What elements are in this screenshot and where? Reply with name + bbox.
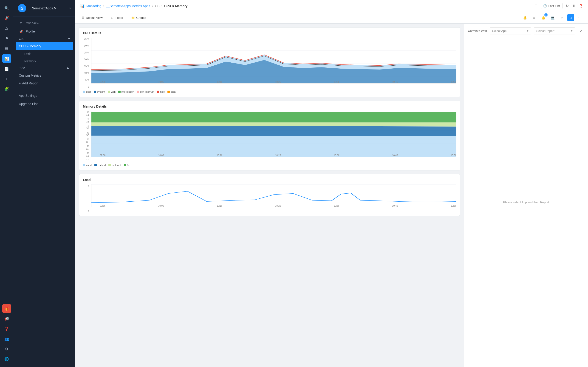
correlate-header: Correlate With Select App ▾ Select Repor… xyxy=(464,24,588,37)
breadcrumb-sep3: › xyxy=(161,4,162,8)
svg-marker-18 xyxy=(91,126,456,136)
laptop-button[interactable]: 💻 xyxy=(549,14,556,21)
chart-bar-icon: 📊 xyxy=(80,4,85,8)
legend-system-dot xyxy=(94,91,96,93)
mail-button[interactable]: ✉ xyxy=(531,14,537,21)
add-report-label: Add Report xyxy=(22,81,38,85)
legend-wait: wait xyxy=(108,90,115,93)
load-y-labels: 6 5 xyxy=(83,184,90,212)
overview-icon: ⊙ xyxy=(19,21,23,25)
groups-button[interactable]: 📁 Groups xyxy=(129,15,148,20)
left-icon-strip: 🔍 🚀 ⚠ ⚑ ▦ 📊 📄 ⑂ 🧩 🎁 📢 ❓ 👥 ⚙ 🌐 xyxy=(0,0,13,367)
sidebar-item-profiler[interactable]: 🚀 Profiler xyxy=(13,27,75,35)
cpu-legend: user system wait interruption xyxy=(83,90,456,93)
sidebar-item-add-report[interactable]: + Add Report xyxy=(13,80,75,87)
settings-icon[interactable]: ⚙ xyxy=(2,344,11,353)
legend-wait-dot xyxy=(108,91,110,93)
rocket-icon[interactable]: 🚀 xyxy=(2,14,11,23)
more-button[interactable]: ⋯ xyxy=(577,14,583,21)
layout-button[interactable]: ⊟ xyxy=(567,14,574,21)
expand-correlate-button[interactable]: ⤢ xyxy=(578,28,584,34)
select-app-label: Select App xyxy=(492,29,506,33)
bell-button[interactable]: 🔔 xyxy=(521,14,528,21)
load-chart-inner: 09:56 10:06 10:16 10:26 10:36 10:46 10:5… xyxy=(91,184,456,207)
correlate-empty-message: Please select App and then Report xyxy=(464,37,588,367)
app-name: __SematextApps.M... xyxy=(28,6,67,10)
legend-soft-interrupt: soft interrupt xyxy=(137,90,154,93)
memory-chart-svg xyxy=(91,111,456,157)
puzzle-icon[interactable]: 🧩 xyxy=(2,84,11,93)
flag-icon[interactable]: ⚑ xyxy=(2,34,11,43)
legend-buffered: buffered xyxy=(108,164,121,167)
breadcrumb-os[interactable]: OS xyxy=(155,4,159,8)
sidebar-item-upgrade-plan[interactable]: Upgrade Plan xyxy=(19,100,70,108)
svg-marker-16 xyxy=(91,112,456,123)
select-report-dropdown[interactable]: Select Report ▾ xyxy=(534,27,575,34)
time-range-selector[interactable]: 🕐 Last 1 hr xyxy=(541,3,562,9)
load-chart-title: Load xyxy=(83,178,456,182)
breadcrumb-monitoring[interactable]: Monitoring xyxy=(86,4,101,8)
sidebar-item-overview[interactable]: ⊙ Overview xyxy=(13,19,75,27)
sidebar-item-os[interactable]: OS ▾ xyxy=(13,35,75,42)
branch-icon[interactable]: ⑂ xyxy=(2,74,11,83)
breadcrumb-app[interactable]: __SematextApps.Metrics.Apps xyxy=(106,4,150,8)
memory-chart-area: 70 GB 60 GB 50 GB 40 GB 30 GB 20 GB 10 G… xyxy=(83,111,456,161)
sidebar-item-app-settings[interactable]: App Settings xyxy=(19,92,70,100)
globe-icon[interactable]: 🌐 xyxy=(2,355,11,363)
legend-steal-dot xyxy=(167,91,170,93)
legend-buffered-dot xyxy=(108,164,111,166)
default-view-button[interactable]: ☰ Default View xyxy=(80,15,104,20)
sidebar-item-custom-metrics[interactable]: Custom Metrics xyxy=(13,71,75,80)
alert-icon[interactable]: ⚠ xyxy=(2,24,11,33)
disk-label: Disk xyxy=(24,52,31,56)
legend-used-dot xyxy=(83,164,85,166)
correlate-label: Correlate With xyxy=(468,29,487,33)
pause-icon[interactable]: ⏸ xyxy=(572,4,576,8)
chevron-icon: ▾ xyxy=(68,37,70,41)
load-x-labels: 09:56 10:06 10:16 10:26 10:36 10:46 10:5… xyxy=(100,205,456,207)
alert-badge-button[interactable]: 🔔 1 xyxy=(540,14,547,21)
gift-icon[interactable]: 🎁 xyxy=(2,304,11,313)
chevron-down-icon[interactable]: ▾ xyxy=(69,7,71,10)
legend-user-dot xyxy=(83,91,85,93)
load-chart-area: 6 5 09:56 10:06 10:16 xyxy=(83,184,456,212)
cpu-chart-svg xyxy=(91,38,456,83)
breadcrumb-sep2: › xyxy=(152,4,153,8)
chart-icon[interactable]: 📊 xyxy=(2,54,11,63)
help-circle-icon[interactable]: ❓ xyxy=(579,4,583,8)
legend-interruption: interruption xyxy=(118,90,134,93)
doc-icon[interactable]: 📄 xyxy=(2,64,11,73)
search-icon[interactable]: 🔍 xyxy=(2,4,11,12)
sidebar-item-network[interactable]: Network xyxy=(13,58,75,65)
chevron-right-icon: ► xyxy=(67,66,70,70)
legend-soft-interrupt-dot xyxy=(137,91,139,93)
filters-button[interactable]: ⊞ Filters xyxy=(109,15,125,20)
cpu-chart-title: CPU Details xyxy=(83,31,456,35)
cpu-chart-inner: 09:56 10:06 10:16 10:26 10:36 10:46 10:5… xyxy=(91,38,456,83)
upgrade-plan-label: Upgrade Plan xyxy=(19,102,39,106)
legend-user: user xyxy=(83,90,91,93)
users-icon[interactable]: 👥 xyxy=(2,334,11,343)
load-chart-card: Load 6 5 09:56 xyxy=(79,174,460,216)
app-settings-label: App Settings xyxy=(19,94,37,98)
box-icon[interactable]: ▦ xyxy=(2,44,11,53)
sidebar-item-jvm[interactable]: JVM ► xyxy=(13,65,75,71)
sidebar-item-disk[interactable]: Disk xyxy=(13,50,75,58)
legend-cached: cached xyxy=(95,164,106,167)
network-label: Network xyxy=(24,59,36,63)
megaphone-icon[interactable]: 📢 xyxy=(2,314,11,323)
os-label: OS xyxy=(19,37,23,41)
profiler-icon: 🚀 xyxy=(19,30,23,33)
refresh-icon[interactable]: ↻ xyxy=(566,4,569,8)
filter-icon: ⊞ xyxy=(111,16,113,19)
dropdown-arrow2-icon: ▾ xyxy=(571,29,573,33)
sidebar-item-cpu-memory[interactable]: CPU & Memory xyxy=(16,42,73,50)
expand-button[interactable]: ⤢ xyxy=(558,14,565,21)
select-app-dropdown[interactable]: Select App ▾ xyxy=(490,27,531,34)
help-icon[interactable]: ❓ xyxy=(2,324,11,333)
grid-icon[interactable]: ⊞ xyxy=(535,4,537,8)
load-chart-svg xyxy=(91,184,456,207)
sidebar: S __SematextApps.M... ▾ ⊙ Overview 🚀 Pro… xyxy=(13,0,75,367)
default-view-label: Default View xyxy=(86,16,103,19)
groups-label: Groups xyxy=(136,16,146,19)
